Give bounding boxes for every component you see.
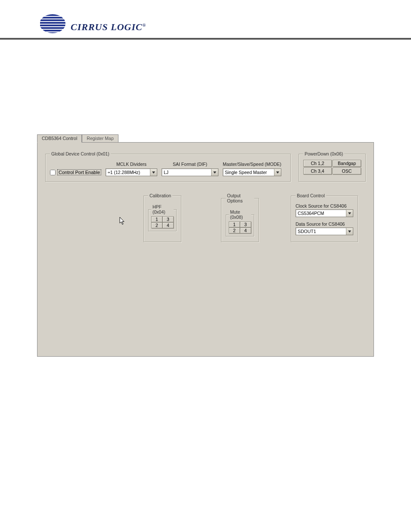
chevron-down-icon <box>274 169 281 176</box>
tabstrip: CDB5364 Control Register Map <box>37 134 374 142</box>
svg-marker-14 <box>348 230 351 233</box>
mode-label: Master/Slave/Speed (MODE) <box>223 162 281 167</box>
registered-mark: ® <box>143 23 146 28</box>
pd-osc-button[interactable]: OSC <box>333 168 361 174</box>
svg-marker-13 <box>348 212 351 215</box>
calibration-group: Calibration HPF (0x04) 1 3 2 4 <box>143 193 181 242</box>
global-device-control-group: Global Device Control (0x01) Control Por… <box>45 151 291 182</box>
sai-format-combo[interactable]: LJ <box>162 168 218 176</box>
svg-marker-11 <box>213 171 216 174</box>
clock-source-label: Clock Source for CS8406 <box>296 203 353 208</box>
tab-register-map[interactable]: Register Map <box>82 134 118 142</box>
clock-source-combo[interactable]: CS5364PCM <box>296 209 353 217</box>
control-port-enable-row: Control Port Enable <box>50 169 101 176</box>
svg-marker-12 <box>276 171 279 174</box>
svg-rect-8 <box>34 13 40 34</box>
pd-ch34-button[interactable]: Ch 3,4 <box>303 168 332 174</box>
mute-2-button[interactable]: 2 <box>229 227 240 233</box>
sai-format-label: SAI Format (DIF) <box>162 162 218 167</box>
hpf-1-button[interactable]: 1 <box>151 216 162 222</box>
app-window: CDB5364 Control Register Map Global Devi… <box>37 134 374 357</box>
tab-cdb5364-control[interactable]: CDB5364 Control <box>37 134 82 143</box>
chevron-down-icon <box>346 210 353 217</box>
mclk-dividers-label: MCLK Dividers <box>106 162 157 167</box>
board-control-group: Board Control Clock Source for CS8406 CS… <box>291 193 358 242</box>
page-header: CIRRUS LOGIC® <box>0 0 411 40</box>
mclk-dividers-combo[interactable]: ÷1 (12.288MHz) <box>106 168 157 176</box>
gdc-legend: Global Device Control (0x01) <box>50 151 111 156</box>
logo-mark <box>34 13 69 34</box>
hpf-2-button[interactable]: 2 <box>151 222 162 228</box>
output-options-group: Output Options Mute (0x08) 1 3 2 4 <box>221 193 259 242</box>
hpf-4-button[interactable]: 4 <box>162 222 174 228</box>
svg-marker-10 <box>152 171 155 174</box>
mute-3-button[interactable]: 3 <box>240 221 251 227</box>
output-options-legend: Output Options <box>226 193 254 203</box>
chevron-down-icon <box>150 169 157 176</box>
sai-format-value: LJ <box>162 169 211 176</box>
mute-4-button[interactable]: 4 <box>240 227 251 233</box>
mode-value: Single Speed Master <box>223 169 274 176</box>
logo: CIRRUS LOGIC® <box>34 13 377 34</box>
logo-text-label: CIRRUS LOGIC <box>71 22 143 32</box>
tab-panel: Global Device Control (0x01) Control Por… <box>37 142 374 357</box>
chevron-down-icon <box>211 169 218 176</box>
data-source-label: Data Source for CS8406 <box>296 221 353 227</box>
pd-ch12-button[interactable]: Ch 1,2 <box>303 160 332 167</box>
mode-combo[interactable]: Single Speed Master <box>223 168 281 176</box>
logo-text: CIRRUS LOGIC® <box>71 22 146 34</box>
powerdown-legend: PowerDown (0x06) <box>303 151 344 156</box>
mute-1-button[interactable]: 1 <box>229 221 240 227</box>
mute-group: Mute (0x08) 1 3 2 4 <box>226 209 254 236</box>
control-port-enable-checkbox[interactable] <box>50 170 56 175</box>
data-source-combo[interactable]: SDOUT1 <box>296 227 353 235</box>
hpf-group: HPF (0x04) 1 3 2 4 <box>148 204 177 231</box>
calibration-legend: Calibration <box>148 193 172 198</box>
chevron-down-icon <box>346 228 353 235</box>
mclk-dividers-value: ÷1 (12.288MHz) <box>106 169 150 176</box>
control-port-enable-label: Control Port Enable <box>57 169 101 175</box>
hpf-legend: HPF (0x04) <box>151 204 174 215</box>
powerdown-group: PowerDown (0x06) Ch 1,2 Bandgap Ch 3,4 O… <box>299 151 366 182</box>
mute-legend: Mute (0x08) <box>229 209 251 220</box>
board-control-legend: Board Control <box>296 193 326 198</box>
data-source-value: SDOUT1 <box>296 228 346 235</box>
pd-bandgap-button[interactable]: Bandgap <box>333 160 361 167</box>
clock-source-value: CS5364PCM <box>296 210 346 217</box>
hpf-3-button[interactable]: 3 <box>162 216 174 222</box>
